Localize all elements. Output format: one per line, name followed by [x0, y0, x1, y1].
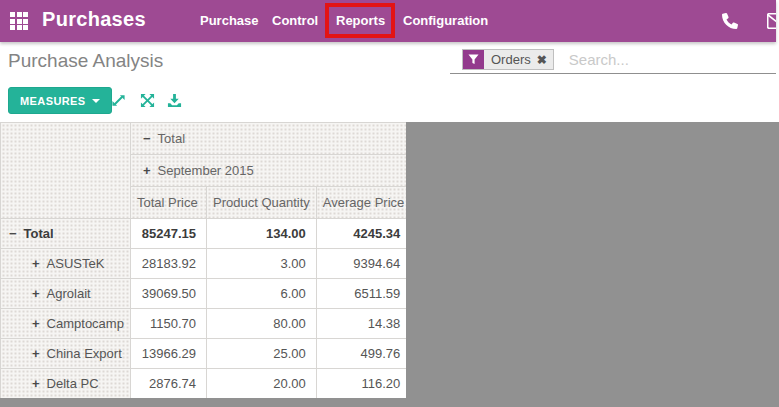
nav-item-reports[interactable]: Reports — [336, 13, 385, 28]
flip-axis-icon[interactable] — [111, 93, 126, 108]
cell-value: 9394.64 — [316, 249, 410, 279]
cell-value: 28183.92 — [131, 249, 207, 279]
col-header-total[interactable]: −Total — [131, 123, 411, 155]
cell-value: 80.00 — [207, 309, 317, 339]
download-xlsx-icon[interactable] — [167, 93, 182, 108]
filter-funnel-icon — [463, 50, 484, 69]
apps-grid-icon[interactable] — [10, 12, 28, 30]
facet-remove-icon[interactable]: ✖ — [536, 50, 553, 69]
cell-value: 85247.15 — [131, 219, 207, 249]
collapse-icon[interactable]: − — [143, 131, 151, 146]
measures-button-label: MEASURES — [20, 95, 86, 107]
page-title: Purchase Analysis — [8, 50, 163, 72]
dimmed-region-right — [406, 122, 779, 407]
expand-icon[interactable]: + — [32, 346, 40, 361]
cell-value: 13966.29 — [131, 339, 207, 369]
expand-icon[interactable]: + — [143, 163, 151, 178]
dimmed-region-bottom — [0, 398, 406, 407]
cell-value: 134.00 — [207, 219, 317, 249]
table-row-asustek: +ASUSTeK 28183.92 3.00 9394.64 — [1, 249, 411, 279]
facet-label: Orders — [484, 50, 536, 69]
cell-value: 1150.70 — [131, 309, 207, 339]
row-label-camptocamp[interactable]: +Camptocamp — [1, 309, 131, 339]
row-label-delta-pc[interactable]: +Delta PC — [1, 369, 131, 399]
phone-icon[interactable] — [722, 13, 738, 29]
table-row-delta-pc: +Delta PC 2876.74 20.00 116.20 — [1, 369, 411, 399]
row-label-asustek[interactable]: +ASUSTeK — [1, 249, 131, 279]
nav-item-control[interactable]: Control — [272, 13, 318, 28]
expand-all-icon[interactable] — [140, 93, 155, 108]
expand-icon[interactable]: + — [32, 376, 40, 391]
nav-item-purchase[interactable]: Purchase — [200, 13, 259, 28]
row-label-total[interactable]: −Total — [1, 219, 131, 249]
app-title: Purchases — [42, 8, 146, 31]
search-bar[interactable]: Orders ✖ Search... — [450, 46, 776, 74]
odoo-purchases-screen: Purchases Purchase Control Reports Confi… — [0, 0, 779, 407]
measure-header-average-price[interactable]: Average Price — [316, 187, 410, 219]
pivot-table: −Total +September 2015 Total Price Produ… — [0, 122, 411, 399]
row-label-agrolait[interactable]: +Agrolait — [1, 279, 131, 309]
cell-value: 20.00 — [207, 369, 317, 399]
top-navbar: Purchases Purchase Control Reports Confi… — [0, 0, 776, 42]
measure-header-total-price[interactable]: Total Price — [131, 187, 207, 219]
cell-value: 39069.50 — [131, 279, 207, 309]
nav-item-configuration[interactable]: Configuration — [403, 13, 488, 28]
table-row-camptocamp: +Camptocamp 1150.70 80.00 14.38 — [1, 309, 411, 339]
cell-value: 6.00 — [207, 279, 317, 309]
measures-button[interactable]: MEASURES — [8, 87, 112, 114]
table-row-agrolait: +Agrolait 39069.50 6.00 6511.59 — [1, 279, 411, 309]
table-row-china-export: +China Export 13966.29 25.00 499.76 — [1, 339, 411, 369]
collapse-icon[interactable]: − — [9, 226, 17, 241]
col-header-september-2015[interactable]: +September 2015 — [131, 155, 411, 187]
expand-icon[interactable]: + — [32, 286, 40, 301]
envelope-icon[interactable] — [767, 13, 776, 27]
cell-value: 25.00 — [207, 339, 317, 369]
expand-icon[interactable]: + — [32, 316, 40, 331]
filter-facet: Orders ✖ — [462, 49, 554, 70]
search-input[interactable]: Search... — [569, 51, 629, 68]
cell-value: 2876.74 — [131, 369, 207, 399]
measure-header-product-quantity[interactable]: Product Quantity — [207, 187, 317, 219]
row-label-china-export[interactable]: +China Export — [1, 339, 131, 369]
chevron-down-icon — [92, 99, 100, 103]
cell-value: 4245.34 — [316, 219, 410, 249]
cell-value: 14.38 — [316, 309, 410, 339]
expand-icon[interactable]: + — [32, 256, 40, 271]
cell-value: 499.76 — [316, 339, 410, 369]
cell-value: 116.20 — [316, 369, 410, 399]
cell-value: 3.00 — [207, 249, 317, 279]
pivot-corner-cell — [1, 123, 131, 219]
table-row-total: −Total 85247.15 134.00 4245.34 — [1, 219, 411, 249]
cell-value: 6511.59 — [316, 279, 410, 309]
